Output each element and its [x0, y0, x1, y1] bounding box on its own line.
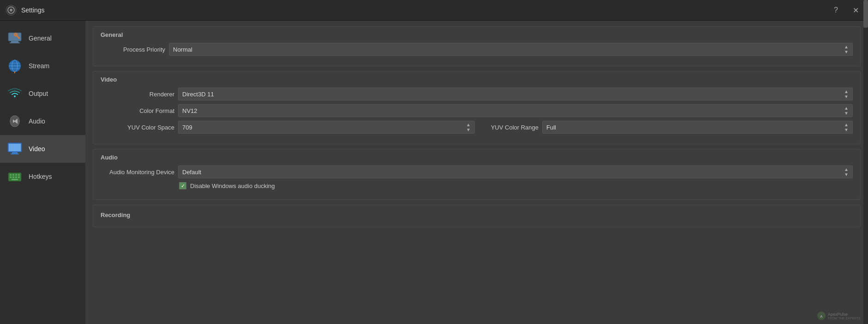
video-section: Video Renderer Direct3D 11 ▲ ▼ Color For…	[93, 71, 861, 144]
yuv-space-select[interactable]: 709 ▲ ▼	[178, 121, 475, 134]
video-section-title: Video	[101, 76, 853, 83]
svg-rect-25	[12, 177, 14, 178]
audio-ducking-checkbox[interactable]: ✓	[179, 182, 186, 189]
recording-section-title: Recording	[101, 212, 853, 218]
svg-rect-16	[9, 144, 21, 151]
yuv-space-arrow: ▲ ▼	[466, 123, 471, 132]
sidebar-item-video[interactable]: Video	[0, 135, 85, 163]
svg-rect-4	[11, 41, 18, 42]
watermark-subtext: FROM THE EXPERTS	[828, 317, 861, 320]
color-format-value: NV12	[182, 107, 844, 114]
yuv-space-label: YUV Color Space	[101, 124, 174, 131]
process-priority-arrow: ▲ ▼	[844, 45, 849, 54]
sidebar-item-output[interactable]: Output	[0, 80, 85, 107]
renderer-label: Renderer	[101, 91, 174, 98]
svg-rect-5	[10, 42, 20, 43]
watermark-text: ApexPulse	[828, 312, 861, 317]
titlebar: Settings ? ✕	[0, 0, 868, 21]
svg-rect-18	[11, 153, 19, 154]
renderer-value: Direct3D 11	[182, 91, 844, 98]
yuv-range-value: Full	[546, 124, 844, 131]
svg-rect-22	[15, 174, 17, 176]
audio-monitoring-row: Audio Monitoring Device Default ▲ ▼	[101, 165, 853, 178]
svg-rect-21	[12, 174, 14, 176]
watermark-icon: A	[817, 311, 826, 320]
content-area: General Process Priority Normal ▲ ▼ Vide…	[85, 21, 868, 324]
main-layout: General Stream	[0, 21, 868, 324]
sidebar: General Stream	[0, 21, 85, 324]
audio-section-title: Audio	[101, 154, 853, 161]
sidebar-item-label: Audio	[29, 118, 45, 125]
yuv-space-value: 709	[182, 124, 466, 131]
svg-rect-26	[15, 177, 17, 178]
close-button[interactable]: ✕	[849, 4, 862, 17]
yuv-range-group: YUV Color Range Full ▲ ▼	[479, 121, 853, 134]
svg-text:A: A	[820, 314, 823, 318]
audio-ducking-label: Disable Windows audio ducking	[190, 183, 275, 189]
titlebar-left: Settings	[6, 5, 45, 16]
checkbox-check-icon: ✓	[181, 183, 185, 189]
sidebar-item-label: Output	[29, 90, 48, 97]
computer-icon	[6, 30, 23, 47]
wifi-icon	[6, 85, 23, 102]
process-priority-select[interactable]: Normal ▲ ▼	[169, 43, 853, 56]
sidebar-item-stream[interactable]: Stream	[0, 52, 85, 80]
svg-rect-23	[18, 174, 20, 176]
keyboard-icon	[6, 168, 23, 185]
svg-point-2	[10, 9, 12, 12]
obs-logo-icon	[6, 5, 17, 16]
titlebar-right: ? ✕	[830, 4, 862, 17]
help-button[interactable]: ?	[830, 4, 842, 16]
recording-section: Recording	[93, 205, 861, 227]
audio-monitoring-value: Default	[182, 169, 844, 176]
svg-rect-27	[18, 177, 20, 178]
svg-point-14	[14, 95, 16, 97]
titlebar-title: Settings	[21, 6, 45, 14]
audio-section: Audio Audio Monitoring Device Default ▲ …	[93, 149, 861, 200]
audio-ducking-row: ✓ Disable Windows audio ducking	[179, 182, 853, 189]
sidebar-item-audio[interactable]: Audio	[0, 107, 85, 135]
audio-monitoring-arrow: ▲ ▼	[844, 167, 849, 177]
scrollbar-thumb[interactable]	[863, 0, 868, 28]
sidebar-item-label: Video	[29, 145, 45, 153]
renderer-select[interactable]: Direct3D 11 ▲ ▼	[178, 88, 853, 100]
general-section: General Process Priority Normal ▲ ▼	[93, 26, 861, 66]
renderer-row: Renderer Direct3D 11 ▲ ▼	[101, 88, 853, 100]
sidebar-item-label: Hotkeys	[29, 173, 52, 180]
scrollbar[interactable]	[863, 0, 868, 324]
globe-icon	[6, 58, 23, 74]
svg-rect-24	[10, 177, 12, 178]
watermark: A ApexPulse FROM THE EXPERTS	[817, 311, 861, 320]
yuv-row: YUV Color Space 709 ▲ ▼ YUV Color Range …	[101, 121, 853, 134]
yuv-range-arrow: ▲ ▼	[844, 123, 849, 132]
color-format-row: Color Format NV12 ▲ ▼	[101, 104, 853, 117]
audio-icon	[6, 113, 23, 130]
yuv-space-group: YUV Color Space 709 ▲ ▼	[101, 121, 475, 134]
audio-monitoring-label: Audio Monitoring Device	[101, 169, 174, 176]
process-priority-label: Process Priority	[101, 46, 165, 53]
process-priority-value: Normal	[173, 46, 844, 53]
monitor-icon	[6, 141, 23, 157]
sidebar-item-hotkeys[interactable]: Hotkeys	[0, 163, 85, 190]
svg-rect-28	[12, 179, 18, 180]
renderer-arrow: ▲ ▼	[844, 89, 849, 99]
svg-rect-17	[12, 152, 18, 153]
sidebar-item-label: General	[29, 35, 52, 42]
process-priority-row: Process Priority Normal ▲ ▼	[101, 43, 853, 56]
general-section-title: General	[101, 31, 853, 38]
color-format-select[interactable]: NV12 ▲ ▼	[178, 104, 853, 117]
svg-rect-20	[10, 174, 12, 176]
color-format-label: Color Format	[101, 107, 174, 114]
sidebar-item-label: Stream	[29, 62, 49, 70]
yuv-range-label: YUV Color Range	[479, 124, 539, 131]
audio-monitoring-select[interactable]: Default ▲ ▼	[178, 165, 853, 178]
yuv-range-select[interactable]: Full ▲ ▼	[542, 121, 853, 134]
color-format-arrow: ▲ ▼	[844, 106, 849, 116]
sidebar-item-general[interactable]: General	[0, 24, 85, 52]
